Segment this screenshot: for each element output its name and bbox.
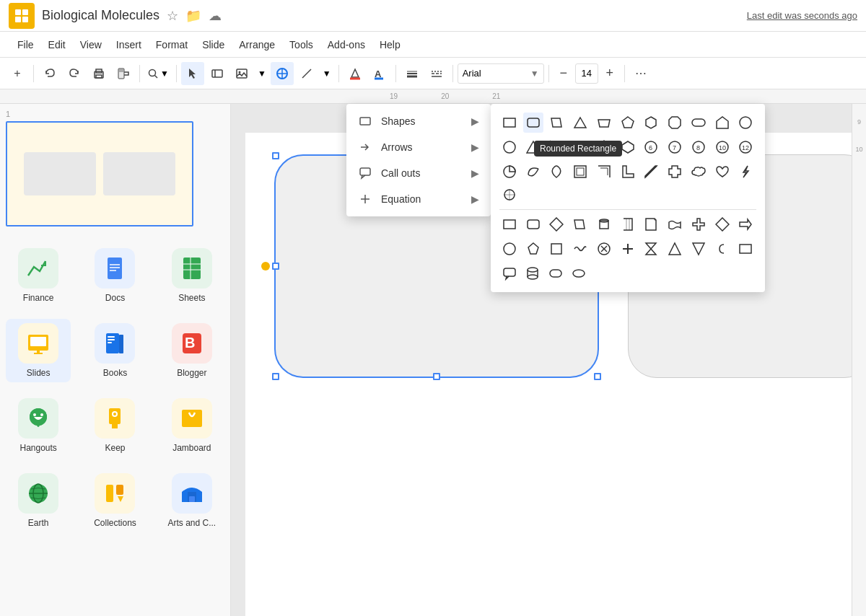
shape-doc-4[interactable] [641,214,661,234]
app-item-sheets[interactable]: Sheets [159,244,224,307]
print-button[interactable] [87,62,110,85]
shape-trapezoid[interactable] [594,113,614,133]
star-icon[interactable]: ☆ [167,8,178,24]
border-color-button[interactable]: A [368,62,391,85]
shape-rect-4[interactable] [499,214,520,234]
shape-rect-outline[interactable] [735,239,756,259]
app-item-hangouts[interactable]: Hangouts [6,394,71,457]
shape-square-5[interactable] [546,239,567,259]
shape-wave[interactable] [665,214,685,234]
app-item-books[interactable]: Books [82,319,147,382]
image-button[interactable] [230,62,253,85]
app-item-arts[interactable]: Arts and C... [159,469,224,532]
shape-diamond-cut[interactable] [712,113,732,133]
app-item-earth[interactable]: Earth [6,469,71,532]
shape-button[interactable] [271,62,294,85]
cloud-icon[interactable]: ☁ [209,8,222,24]
image-dropdown[interactable]: ▼ [255,67,269,80]
shape-hexagon[interactable] [641,113,661,133]
shape-diamond-4[interactable] [546,214,567,234]
menu-slide[interactable]: Slide [196,36,230,53]
shape-x-mark[interactable] [594,239,614,259]
slide-thumbnail[interactable] [6,121,193,226]
font-size-value[interactable]: 14 [575,63,598,84]
shapes-menu-item-shapes[interactable]: Shapes ▶ [346,108,491,134]
shape-pie[interactable] [499,162,520,182]
shape-heart[interactable] [712,162,732,182]
shape-frame[interactable] [570,162,590,182]
line-button[interactable] [295,62,318,85]
shape-num-12[interactable]: 12 [735,137,756,157]
shape-circle[interactable] [499,137,520,157]
app-item-jamboard[interactable]: Jamboard [159,394,224,457]
shape-hourglass[interactable] [641,239,661,259]
menu-insert[interactable]: Insert [110,36,147,53]
shape-teardrop[interactable] [546,162,567,182]
shapes-menu-item-equation[interactable]: Equation ▶ [346,186,491,212]
menu-view[interactable]: View [74,36,108,53]
app-item-finance[interactable]: Finance [6,244,71,307]
shape-circle-5[interactable] [499,239,520,259]
shape-chord[interactable] [523,162,543,182]
shape-arrow-right[interactable] [735,214,756,234]
corner-radius-handle[interactable] [261,262,270,270]
shape-hexagon-4[interactable] [712,214,732,234]
shape-plus[interactable] [688,214,709,234]
shapes-menu-item-callouts[interactable]: Call outs ▶ [346,160,491,186]
shape-num-10[interactable]: 10 [712,137,732,157]
shape-cloud[interactable] [688,162,709,182]
shape-cylinder-6[interactable] [522,263,543,283]
menu-file[interactable]: File [12,36,40,53]
font-size-decrease[interactable]: − [554,63,574,84]
shape-triangle-down[interactable] [688,239,709,259]
folder-icon[interactable]: 📁 [185,8,201,24]
undo-button[interactable] [38,62,61,85]
textbox-button[interactable] [206,62,229,85]
shape-cross[interactable] [665,162,685,182]
fill-button[interactable] [344,62,367,85]
zoom-dropdown[interactable]: ▼ [144,66,172,81]
handle-bottom-left[interactable] [272,373,279,380]
app-item-collections[interactable]: Collections [82,469,147,532]
redo-button[interactable] [63,62,86,85]
shape-star-burst[interactable] [499,185,520,205]
app-item-slides[interactable]: Slides [6,319,71,382]
shape-cylinder[interactable] [594,214,614,234]
handle-top-left[interactable] [272,152,279,159]
shape-lightning[interactable] [735,162,756,182]
font-selector[interactable]: Arial ▼ [458,63,544,84]
shape-pentagon[interactable] [618,113,638,133]
shape-pentagon-5[interactable] [523,239,543,259]
menu-addons[interactable]: Add-ons [322,36,371,53]
shape-bracket[interactable] [712,239,732,259]
shape-plus-5[interactable] [618,239,638,259]
line-dash-button[interactable] [425,62,448,85]
shape-triangle[interactable] [570,113,590,133]
shape-triangle-up[interactable] [665,239,685,259]
shape-rounded-4[interactable] [523,214,543,234]
shape-octagon[interactable] [665,113,685,133]
menu-arrange[interactable]: Arrange [233,36,281,53]
shape-parallelogram[interactable] [546,113,567,133]
shape-half-frame[interactable] [594,162,614,182]
app-item-keep[interactable]: Keep [82,394,147,457]
shape-num-6[interactable]: 6 [641,137,661,157]
shape-brace-4[interactable] [618,214,638,234]
app-item-docs[interactable]: Docs [82,244,147,307]
paint-button[interactable] [112,62,135,85]
menu-format[interactable]: Format [150,36,193,53]
shape-num-8[interactable]: 8 [688,137,709,157]
line-weight-button[interactable] [401,62,424,85]
shape-l-shape[interactable] [618,162,638,182]
shape-rectangle[interactable] [499,113,520,133]
shape-rounded-rect-wide[interactable] [688,113,709,133]
shapes-menu-item-arrows[interactable]: Arrows ▶ [346,134,491,160]
shape-wave-5[interactable] [570,239,590,259]
select-button[interactable] [181,62,204,85]
shape-diagonal-stripe[interactable] [641,162,661,182]
shape-rounded-rectangle[interactable] [523,113,543,133]
more-options-button[interactable]: ⋯ [629,62,652,85]
handle-left[interactable] [272,263,279,270]
shape-speech-bubble[interactable] [499,263,520,283]
line-dropdown[interactable]: ▼ [320,67,334,80]
